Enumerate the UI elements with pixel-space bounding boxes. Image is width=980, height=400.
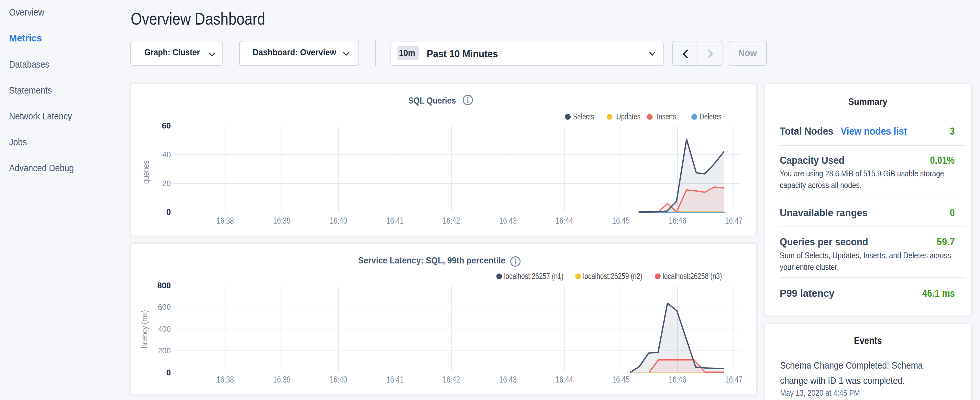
svg-text:60: 60 bbox=[162, 121, 171, 130]
svg-text:16:40: 16:40 bbox=[330, 215, 347, 226]
svg-text:400: 400 bbox=[158, 325, 171, 333]
svg-text:16:47: 16:47 bbox=[725, 215, 743, 226]
svg-text:16:45: 16:45 bbox=[612, 375, 630, 384]
svg-text:200: 200 bbox=[158, 346, 171, 355]
svg-text:16:38: 16:38 bbox=[216, 215, 234, 226]
svg-text:16:42: 16:42 bbox=[442, 375, 460, 384]
svg-text:16:43: 16:43 bbox=[499, 375, 517, 384]
svg-text:16:46: 16:46 bbox=[669, 375, 686, 384]
svg-text:16:40: 16:40 bbox=[330, 375, 347, 384]
svg-text:16:44: 16:44 bbox=[555, 215, 573, 226]
svg-text:16:38: 16:38 bbox=[216, 375, 234, 384]
svg-text:600: 600 bbox=[158, 303, 171, 311]
svg-text:16:46: 16:46 bbox=[669, 215, 686, 226]
svg-text:latency (ms): latency (ms) bbox=[140, 310, 149, 348]
svg-text:40: 40 bbox=[162, 150, 171, 159]
svg-text:16:41: 16:41 bbox=[386, 375, 404, 384]
svg-text:16:42: 16:42 bbox=[442, 215, 460, 226]
svg-text:16:47: 16:47 bbox=[725, 375, 743, 384]
svg-text:16:39: 16:39 bbox=[273, 375, 291, 384]
svg-text:queries: queries bbox=[141, 161, 151, 184]
svg-text:16:39: 16:39 bbox=[273, 215, 291, 226]
svg-text:0: 0 bbox=[166, 207, 171, 217]
svg-text:20: 20 bbox=[162, 179, 171, 188]
svg-text:800: 800 bbox=[157, 281, 171, 290]
svg-text:16:44: 16:44 bbox=[555, 375, 573, 384]
svg-text:16:45: 16:45 bbox=[612, 215, 630, 226]
svg-text:16:43: 16:43 bbox=[499, 215, 517, 226]
svg-text:16:41: 16:41 bbox=[386, 215, 404, 226]
svg-text:0: 0 bbox=[166, 368, 171, 377]
